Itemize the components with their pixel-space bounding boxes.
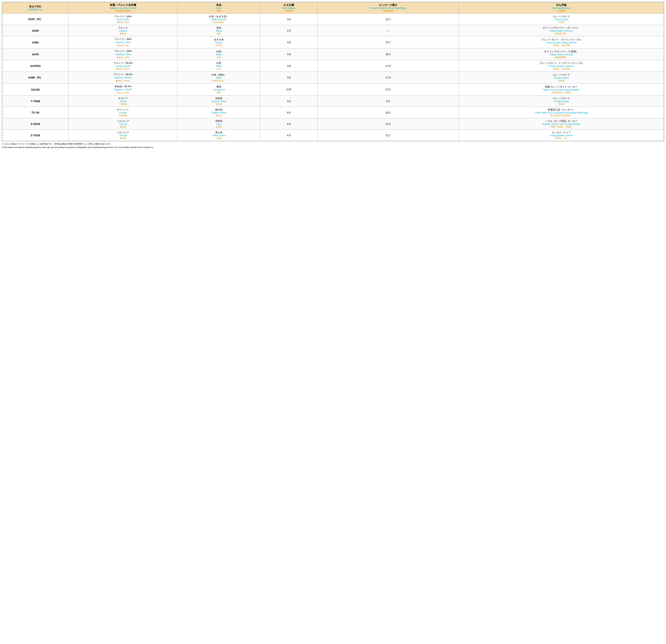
table-row: A201（R） アルミナ／98% Alumina 98% 氧化铝／98% 白色（… [2, 14, 664, 25]
cell-kyocera-no: SA100 [2, 84, 69, 95]
cell-kyocera-no: A479 [2, 48, 69, 60]
cell-hardness: 16.2 [317, 107, 458, 118]
table-row: T-792B チタニア Titania 二氧化钛 灰黄色 Grayish Yel… [2, 95, 664, 107]
cell-density: 3.8 [260, 36, 317, 48]
footnote-section: ※これらの値はテストピースの測定による参考値です。特性値は製品の形状や使用条件に… [2, 142, 664, 149]
cell-hardness: 17.6 [317, 60, 458, 72]
table-row: A460 アルミナ／96% Alumina／96% 氧化铝／96% あずき色 R… [2, 36, 664, 48]
table-row: A479 アルミナ／99% Alumina／99% 氧化铝／99% 白色 Whi… [2, 48, 664, 60]
cell-material: アルミナ／96% Alumina／96% 氧化铝／96% [69, 36, 177, 48]
header-density: かさ比重 Bulk Density 体积密度 [260, 2, 317, 14]
cell-applications: オイリングローラー（ポーラス） Oiling Rollers (Porous) … [459, 25, 664, 36]
cell-density: 3.97 [260, 84, 317, 95]
cell-applications: ノズル, ポンプ部品, カッター Nozzles, Pump, Parts, C… [459, 118, 664, 130]
cell-material: チタニア Titania 二氧化钛 [69, 95, 177, 107]
cell-material: 単結晶／99.9% Sapphire／99.9% 单晶／99.9% [69, 84, 177, 95]
cell-kyocera-no: A430 [2, 25, 69, 36]
cell-density: 6.0 [260, 118, 317, 130]
cell-applications: スレッドガイド, インターレースノズル Thread Guides, Inter… [459, 60, 664, 72]
cell-hardness: 12.3 [317, 118, 458, 130]
cell-material: サーメット Cermet 合金陶瓷 [69, 107, 177, 118]
cell-applications: カッター, ナイフ Cutting Blades, Knives 切割机、刀具 [459, 130, 664, 141]
cell-hardness: 6.8 [317, 95, 458, 107]
cell-color: 白色（桃色） White 白色(粉红色） [177, 72, 260, 84]
cell-applications: スレッドガイド・オイリングノズル Thread Guides, Oiling N… [459, 36, 664, 48]
table-row: A480（R） アルミナ／99.8% Alumina／99.8% 氧化铝／99.… [2, 72, 664, 84]
cell-applications: オイリングローラー（ち密質） Oiling, Rollers (Dense) 油… [459, 48, 664, 60]
cell-kyocera-no: Z-701N [2, 130, 69, 141]
header-kyocera-no: 京セラNO. KYOCERA No. [2, 2, 69, 14]
cell-kyocera-no: T-792B [2, 95, 69, 107]
cell-hardness: 12.7 [317, 130, 458, 141]
cell-hardness: 15.7 [317, 36, 458, 48]
cell-color: 白色 White 白色 [177, 48, 260, 60]
cell-density: 2.5 [260, 25, 317, 36]
cell-color: 黒色 Black 黑色 [177, 25, 260, 36]
cell-applications: スレッドガイド Thread Guide 导纱器 [459, 14, 664, 25]
cell-color: 白色 White 白色 [177, 60, 260, 72]
cell-color: 白色（あずき色） White (Russet) 白色(红黑色） [177, 14, 260, 25]
cell-hardness: 17.6 [317, 72, 458, 84]
cell-hardness: 15.7 [317, 14, 458, 25]
cell-color: 灰黄色 Grayish Yellow 灰黄色 [177, 95, 260, 107]
cell-color: 透明 Transparent 透明 [177, 84, 260, 95]
cell-color: 淡黄色 Ivory 淡黄色 [177, 118, 260, 130]
cell-kyocera-no: A479SS [2, 60, 69, 72]
cell-material: アルミナ／99.5% Alumina 99.5% 氧化铝／99.5% [69, 60, 177, 72]
cell-density: 6.0 [260, 107, 317, 118]
cell-color: 黄土色 Yellow Ocher 土黄色 [177, 130, 260, 141]
footnote-ja: ※これらの値はテストピースの測定による参考値です。特性値は製品の形状や使用条件に… [2, 142, 664, 146]
cell-density: 4.4 [260, 95, 317, 107]
materials-table: 京セラNO. KYOCERA No. 材質／アルミナ含有量 Material /… [2, 2, 664, 141]
cell-applications: スレッドガイド Thread Guides 导纱器 [459, 72, 664, 84]
header-applications: 主な用途 Main Applications 主要用途 [459, 2, 664, 14]
cell-density: 3.8 [260, 48, 317, 60]
cell-material: アルミナ Alumina 氧化铝 [69, 25, 177, 36]
cell-hardness: 16.2 [317, 48, 458, 60]
cell-applications: 放電加工品（カッター） Cutter Made by E.D.M (Electr… [459, 107, 664, 118]
cell-kyocera-no: TC-30 [2, 107, 69, 118]
cell-kyocera-no: A460 [2, 36, 69, 48]
cell-hardness: 22.5 [317, 84, 458, 95]
header-color: 呈色 Color 颜色 [177, 2, 260, 14]
cell-material: アルミナ／99% Alumina／99% 氧化铝／99% [69, 48, 177, 60]
footnote-en: ※The values are typical material properi… [2, 146, 664, 149]
cell-kyocera-no: A480（R） [2, 72, 69, 84]
table-header-row: 京セラNO. KYOCERA No. 材質／アルミナ含有量 Material /… [2, 2, 664, 14]
cell-kyocera-no: Z-201N [2, 118, 69, 130]
cell-material: アルミナ／98% Alumina 98% 氧化铝／98% [69, 14, 177, 25]
cell-material: アルミナ／99.8% Alumina／99.8% 氧化铝／99.8% [69, 72, 177, 84]
cell-density: 3.9 [260, 72, 317, 84]
cell-density: 3.8 [260, 14, 317, 25]
header-hardness: ビッカース硬さ Vickers Hardness GPa (Load 500g)… [317, 2, 458, 14]
table-row: SA100 単結晶／99.9% Sapphire／99.9% 单晶／99.9% … [2, 84, 664, 95]
cell-applications: スレッドガイド Thread Guides 导纱器 [459, 95, 664, 107]
table-row: TC-30 サーメット Cermet 合金陶瓷 銀白色 Grayish Yell… [2, 107, 664, 118]
cell-material: ジルコニア Zirconia 氧化锆 [69, 118, 177, 130]
main-table-wrapper: 京セラNO. KYOCERA No. 材質／アルミナ含有量 Material /… [2, 2, 664, 141]
cell-color: あずき色 Russet 红黑色 [177, 36, 260, 48]
cell-material: ジルコニア Zirconia 氧化锆 [69, 130, 177, 141]
cell-hardness: — [317, 25, 458, 36]
cell-color: 銀白色 Grayish Yellow 银白色 [177, 107, 260, 118]
cell-applications: 高級スレッドガイド,カッター High Thread Guides,Cuttin… [459, 84, 664, 95]
cell-density: 6.0 [260, 130, 317, 141]
cell-kyocera-no: A201（R） [2, 14, 69, 25]
cell-density: 3.8 [260, 60, 317, 72]
table-row: Z-201N ジルコニア Zirconia 氧化锆 淡黄色 Ivory 淡黄色 … [2, 118, 664, 130]
header-material: 材質／アルミナ含有量 Material / Arumina Content 材质… [69, 2, 177, 14]
table-row: A430 アルミナ Alumina 氧化铝 黒色 Black 黑色 2.5— オ… [2, 25, 664, 36]
table-row: Z-701N ジルコニア Zirconia 氧化锆 黄土色 Yellow Och… [2, 130, 664, 141]
table-row: A479SS アルミナ／99.5% Alumina 99.5% 氧化铝／99.5… [2, 60, 664, 72]
